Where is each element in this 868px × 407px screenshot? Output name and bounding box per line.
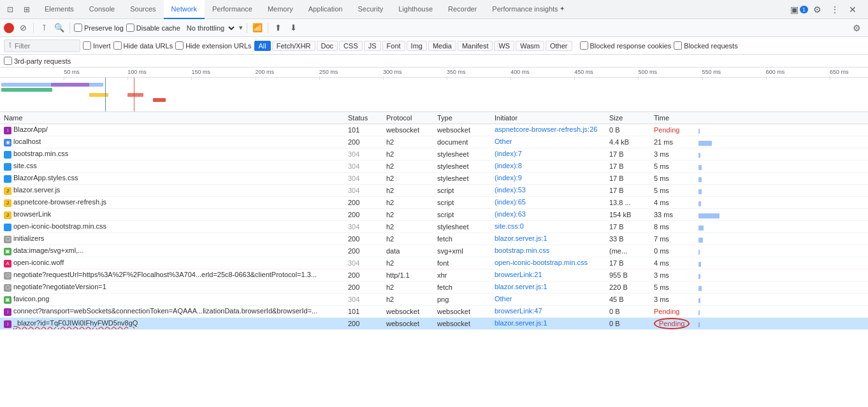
- tab-application[interactable]: Application: [301, 0, 351, 19]
- hide-data-urls-checkbox[interactable]: [113, 41, 122, 50]
- col-header-size[interactable]: Size: [605, 112, 650, 124]
- tab-network[interactable]: Network: [164, 0, 205, 19]
- hide-extension-urls-checkbox[interactable]: [175, 41, 184, 50]
- settings-icon[interactable]: ⚙: [809, 2, 825, 17]
- initiator-link[interactable]: (index):65: [495, 198, 526, 206]
- table-row[interactable]: ⬡negotiate?negotiateVersion=1200h2fetchb…: [0, 282, 868, 294]
- table-row[interactable]: ↕_blazor?id=TqF0JIWi0IFhyFWD5nv8gQ200web…: [0, 318, 868, 330]
- initiator-link[interactable]: browserLink:21: [495, 271, 542, 278]
- filter-input-wrap[interactable]: ⊺: [4, 39, 80, 52]
- blocked-requests-label[interactable]: Blocked requests: [674, 41, 737, 50]
- table-row[interactable]: site.css304h2stylesheet(index):817 B5 ms: [0, 161, 868, 173]
- invert-checkbox[interactable]: [83, 41, 91, 50]
- table-row[interactable]: ⬡initializers200h2fetchblazor.server.js:…: [0, 233, 868, 245]
- col-header-waterfall[interactable]: [695, 112, 868, 124]
- clear-button[interactable]: ⊘: [17, 22, 29, 34]
- initiator-link[interactable]: site.css:0: [495, 222, 524, 230]
- undock-icon[interactable]: ⊞: [19, 2, 34, 17]
- initiator-link[interactable]: bootstrap.min.css: [495, 246, 549, 254]
- import-button[interactable]: ⬆: [272, 22, 285, 34]
- filter-tag-all[interactable]: All: [254, 41, 271, 51]
- close-icon[interactable]: ✕: [845, 2, 860, 17]
- filter-tag-other[interactable]: Other: [546, 41, 572, 51]
- table-row[interactable]: ⬡negotiate?requestUrl=https%3A%2F%2Floca…: [0, 269, 868, 282]
- filter-tag-font[interactable]: Font: [382, 41, 405, 51]
- filter-tag-doc[interactable]: Doc: [317, 41, 338, 51]
- col-header-initiator[interactable]: Initiator: [491, 112, 605, 124]
- badge-icon[interactable]: ▣ 1: [792, 2, 807, 17]
- table-row[interactable]: ▣favicon.png304h2pngOther45 B3 ms: [0, 294, 868, 306]
- table-row[interactable]: ▣data:image/svg+xml,...200datasvg+xmlboo…: [0, 245, 868, 257]
- third-party-checkbox[interactable]: [4, 57, 12, 65]
- initiator-link[interactable]: blazor.server.js:1: [495, 319, 547, 327]
- initiator-link[interactable]: (index):9: [495, 174, 522, 182]
- search-icon[interactable]: 🔍: [53, 22, 66, 34]
- tab-lighthouse[interactable]: Lighthouse: [391, 0, 440, 19]
- preserve-log-checkbox[interactable]: [74, 24, 82, 32]
- col-header-protocol[interactable]: Protocol: [382, 112, 433, 124]
- table-row[interactable]: Jaspnetcore-browser-refresh.js200h2scrip…: [0, 197, 868, 209]
- table-row[interactable]: Jblazor.server.js304h2script(index):5317…: [0, 185, 868, 197]
- disable-cache-label[interactable]: Disable cache: [126, 24, 180, 32]
- tab-security[interactable]: Security: [350, 0, 391, 19]
- filter-tag-fetch-xhr[interactable]: Fetch/XHR: [272, 41, 315, 51]
- col-header-status[interactable]: Status: [344, 112, 382, 124]
- tab-elements[interactable]: Elements: [37, 0, 82, 19]
- col-header-time[interactable]: Time: [650, 112, 695, 124]
- blocked-requests-checkbox[interactable]: [674, 41, 682, 50]
- third-party-label[interactable]: 3rd-party requests: [4, 57, 71, 65]
- col-header-name[interactable]: Name: [0, 112, 344, 124]
- table-row[interactable]: ◉localhost200h2documentOther4.4 kB21 ms: [0, 136, 868, 148]
- tab-performance-insights[interactable]: Performance insights✦: [484, 0, 572, 19]
- record-button[interactable]: [4, 23, 14, 33]
- initiator-link[interactable]: aspnetcore-browser-refresh.js:26: [495, 125, 597, 133]
- more-icon[interactable]: ⋮: [827, 2, 843, 17]
- table-row[interactable]: ↕BlazorApp/101websocketwebsocketaspnetco…: [0, 124, 868, 136]
- tab-console[interactable]: Console: [82, 0, 122, 19]
- initiator-link[interactable]: (index):7: [495, 150, 522, 157]
- preserve-log-label[interactable]: Preserve log: [74, 24, 124, 32]
- table-row[interactable]: Aopen-iconic.woff304h2fontopen-iconic-bo…: [0, 257, 868, 269]
- export-button[interactable]: ⬇: [287, 22, 300, 34]
- filter-tag-img[interactable]: Img: [407, 41, 427, 51]
- filter-tag-manifest[interactable]: Manifest: [458, 41, 493, 51]
- disable-cache-checkbox[interactable]: [126, 24, 134, 32]
- tab-recorder[interactable]: Recorder: [440, 0, 484, 19]
- initiator-link[interactable]: browserLink:47: [495, 307, 542, 315]
- initiator-link[interactable]: Other: [495, 295, 512, 303]
- hide-data-urls-label[interactable]: Hide data URLs: [113, 41, 173, 50]
- col-header-type[interactable]: Type: [433, 112, 491, 124]
- tab-memory[interactable]: Memory: [260, 0, 301, 19]
- hide-extension-urls-label[interactable]: Hide extension URLs: [175, 41, 251, 50]
- tab-performance[interactable]: Performance: [205, 0, 260, 19]
- initiator-link[interactable]: (index):53: [495, 186, 526, 194]
- cell-protocol: http/1.1: [382, 269, 433, 282]
- requests-table-wrap[interactable]: Name Status Protocol Type Initiator Size…: [0, 112, 868, 402]
- blocked-cookies-checkbox[interactable]: [580, 41, 588, 50]
- filter-tag-js[interactable]: JS: [364, 41, 381, 51]
- wifi-icon[interactable]: 📶: [251, 22, 264, 34]
- filter-input[interactable]: [15, 42, 66, 50]
- table-row[interactable]: ↕connect?transport=webSockets&connection…: [0, 306, 868, 318]
- filter-icon[interactable]: ⊺: [38, 22, 50, 34]
- table-row[interactable]: JbrowserLink200h2script(index):63154 kB3…: [0, 209, 868, 221]
- table-row[interactable]: open-iconic-bootstrap.min.css304h2styles…: [0, 221, 868, 233]
- filter-tag-css[interactable]: CSS: [339, 41, 363, 51]
- table-row[interactable]: BlazorApp.styles.css304h2stylesheet(inde…: [0, 173, 868, 185]
- initiator-link[interactable]: (index):8: [495, 162, 522, 169]
- initiator-link[interactable]: Other: [495, 138, 512, 145]
- dock-icon[interactable]: ⊡: [3, 2, 18, 17]
- initiator-link[interactable]: open-iconic-bootstrap.min.css: [495, 259, 588, 266]
- filter-tag-media[interactable]: Media: [428, 41, 456, 51]
- filter-tag-wasm[interactable]: Wasm: [516, 41, 544, 51]
- initiator-link[interactable]: blazor.server.js:1: [495, 283, 547, 290]
- initiator-link[interactable]: blazor.server.js:1: [495, 234, 547, 242]
- invert-label[interactable]: Invert: [83, 41, 111, 50]
- initiator-link[interactable]: (index):63: [495, 210, 526, 218]
- filter-tag-ws[interactable]: WS: [494, 41, 514, 51]
- network-settings-icon[interactable]: ⚙: [849, 20, 864, 36]
- blocked-cookies-label[interactable]: Blocked response cookies: [580, 41, 672, 50]
- tab-sources[interactable]: Sources: [122, 0, 163, 19]
- throttle-select[interactable]: No throttling: [183, 24, 236, 32]
- table-row[interactable]: bootstrap.min.css304h2stylesheet(index):…: [0, 148, 868, 161]
